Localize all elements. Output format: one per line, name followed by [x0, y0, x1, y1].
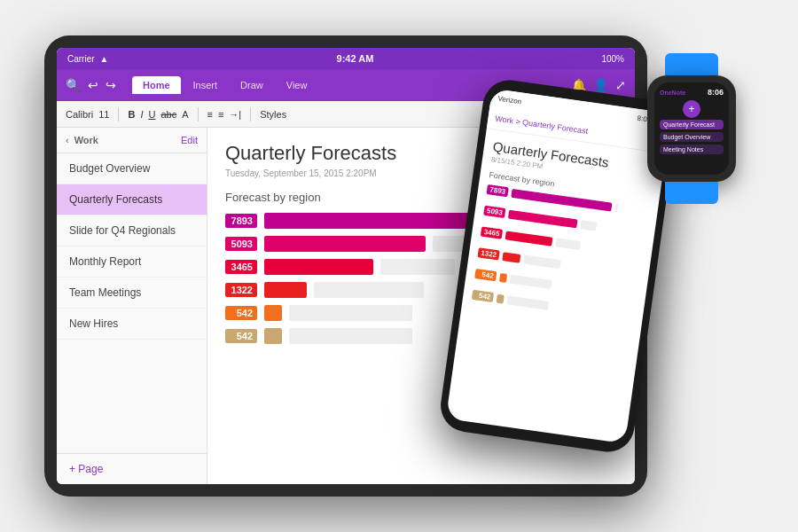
phone-bar-label: 7893	[486, 184, 508, 197]
bar-remainder	[289, 328, 413, 344]
battery-label: 100%	[601, 54, 624, 64]
watch-item-meetings[interactable]: Meeting Notes	[660, 145, 724, 154]
phone-bar-remainder	[614, 203, 618, 212]
watch-item-budget[interactable]: Budget Overview	[660, 132, 724, 142]
watch-band-bottom	[665, 182, 718, 204]
sidebar-item-budget[interactable]: Budget Overview	[57, 153, 207, 184]
scene: Carrier ▲ 9:42 AM 100% 🔍 ↩ ↪ Home Insert…	[0, 0, 798, 532]
watch-logo: OneNote	[660, 90, 685, 96]
undo-icon[interactable]: ↩	[88, 78, 98, 92]
carrier-label: Carrier	[67, 54, 95, 64]
phone-bar-fill	[502, 252, 521, 263]
phone-carrier: Verizon	[497, 94, 522, 106]
watch-header: OneNote 8:06	[660, 88, 724, 97]
italic-button[interactable]: I	[140, 109, 143, 120]
styles-button[interactable]: Styles	[260, 109, 286, 120]
bar-fill	[264, 259, 373, 275]
phone-bar-fill	[508, 209, 578, 228]
sidebar-header-left: ‹ Work	[66, 135, 98, 145]
time-label: 9:42 AM	[337, 53, 374, 64]
watch-item-quarterly[interactable]: Quarterly Forecast	[660, 120, 724, 129]
phone-bar-remainder	[580, 220, 597, 231]
phone-bar-label: 5093	[483, 206, 505, 218]
sidebar-section-title: Work	[74, 135, 98, 145]
phone-bar-label: 3465	[481, 227, 503, 239]
sidebar-header: ‹ Work Edit	[57, 128, 207, 153]
font-selector[interactable]: Calibri	[66, 109, 93, 120]
sidebar-item-quarterly[interactable]: Quarterly Forecasts	[57, 184, 207, 215]
phone-bar-remainder	[510, 274, 552, 288]
wifi-icon: ▲	[100, 54, 109, 64]
tab-view[interactable]: View	[276, 76, 318, 94]
bar-value-label: 7893	[225, 214, 257, 228]
phone-bar-fill	[505, 231, 553, 246]
font-color-button[interactable]: A	[182, 109, 188, 120]
watch-device: OneNote 8:06 + Quarterly Forecast Budget…	[630, 53, 754, 204]
numbered-list-button[interactable]: ≡	[218, 109, 223, 120]
watch-body: OneNote 8:06 + Quarterly Forecast Budget…	[647, 75, 736, 182]
status-bar-left: Carrier ▲	[67, 54, 108, 64]
bar-fill	[264, 236, 426, 252]
add-page-button[interactable]: + Page	[57, 453, 207, 484]
bar-remainder	[289, 305, 413, 321]
redo-icon[interactable]: ↪	[106, 78, 116, 92]
tab-draw[interactable]: Draw	[230, 76, 274, 94]
status-bar: Carrier ▲ 9:42 AM 100%	[57, 48, 635, 69]
bold-button[interactable]: B	[128, 109, 135, 120]
back-icon[interactable]: ‹	[66, 135, 69, 145]
tab-bar: Home Insert Draw View	[132, 76, 317, 94]
bar-fill	[264, 282, 307, 298]
phone-bar-remainder	[523, 254, 560, 269]
underline-button[interactable]: U	[148, 109, 155, 120]
expand-icon[interactable]: ⤢	[615, 78, 626, 92]
bar-value-label: 542	[225, 329, 257, 343]
phone-bar-label: 542	[474, 269, 497, 281]
divider	[118, 107, 119, 121]
bar-value-label: 542	[225, 306, 257, 320]
phone-bar-fill	[497, 293, 505, 303]
phone-bar-chart: 7893509334651322542542	[471, 184, 649, 326]
sidebar-edit-button[interactable]: Edit	[181, 135, 198, 145]
phone-bar-label: 542	[472, 290, 494, 302]
divider3	[250, 107, 251, 121]
tab-home[interactable]: Home	[132, 76, 181, 94]
add-page-label: + Page	[69, 463, 103, 475]
sidebar-item-hires[interactable]: New Hires	[57, 309, 207, 340]
tab-insert[interactable]: Insert	[183, 76, 229, 94]
watch-time: 8:06	[708, 88, 724, 97]
status-bar-right: 100%	[601, 54, 624, 64]
strikethrough-button[interactable]: abc	[160, 109, 176, 120]
bar-value-label: 1322	[225, 283, 257, 297]
search-icon[interactable]: 🔍	[66, 78, 81, 92]
bar-value-label: 5093	[225, 237, 257, 251]
bar-remainder	[380, 259, 455, 275]
divider2	[198, 107, 199, 121]
sidebar-item-team[interactable]: Team Meetings	[57, 278, 207, 309]
phone-bar-remainder	[555, 238, 581, 250]
bar-fill	[264, 305, 282, 321]
bar-fill	[264, 328, 282, 344]
sidebar-item-monthly[interactable]: Monthly Report	[57, 246, 207, 278]
bar-value-label: 3465	[225, 260, 257, 274]
user-icon[interactable]: 👤	[593, 78, 608, 92]
sidebar: ‹ Work Edit Budget Overview Quarterly Fo…	[57, 128, 207, 484]
bar-remainder	[314, 282, 425, 298]
indent-button[interactable]: →|	[229, 109, 241, 120]
font-size[interactable]: 11	[98, 109, 109, 120]
phone-bar-label: 1322	[477, 247, 499, 260]
watch-screen: OneNote 8:06 + Quarterly Forecast Budget…	[654, 82, 729, 175]
phone-bar-fill	[499, 272, 508, 282]
sidebar-item-slide[interactable]: Slide for Q4 Regionals	[57, 215, 207, 246]
watch-add-button[interactable]: +	[683, 100, 700, 118]
bullet-list-button[interactable]: ≡	[207, 109, 213, 120]
phone-bar-remainder	[507, 295, 549, 309]
watch-band-top	[665, 53, 718, 75]
